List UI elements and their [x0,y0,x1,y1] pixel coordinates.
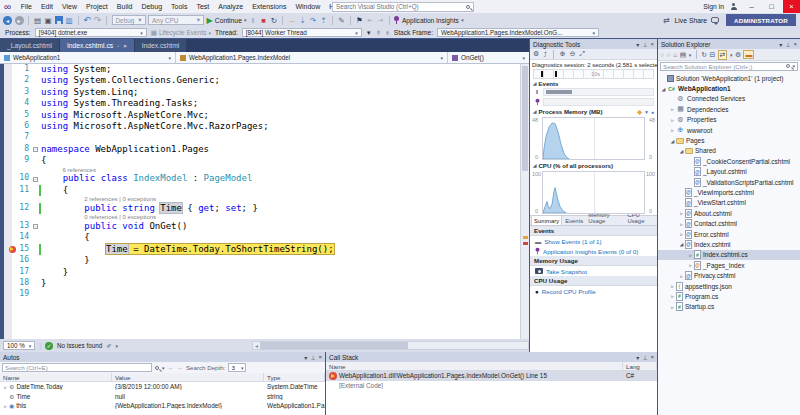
codelens-row[interactable]: 2 references | 0 exceptions [0,196,520,203]
tree-item[interactable]: ◢C#WebApplication1 [658,83,800,93]
breakpoint-margin[interactable] [0,75,12,86]
home-icon[interactable]: ⌂ [673,51,677,58]
outline-margin[interactable] [32,203,39,214]
outline-margin[interactable] [32,121,39,132]
close-icon[interactable]: × [793,41,797,47]
step-out-icon[interactable]: ⇡ [319,15,327,26]
autos-search-input[interactable]: Search (Ctrl+E) [2,363,152,372]
codelens-row[interactable]: 6 references [0,167,520,174]
member-dropdown[interactable]: OnGet()▾ [448,52,529,63]
outline-margin[interactable] [32,214,39,221]
breakpoint-margin[interactable] [0,255,12,266]
save-all-icon[interactable]: ▥ [65,15,73,26]
take-snapshot-link[interactable]: Take Snapshot [530,266,657,276]
bookmark-icon[interactable]: ⚑ [355,15,363,26]
expander-icon[interactable]: ◢ [669,138,676,144]
expander-icon[interactable]: ▹ [669,293,676,299]
preview-selected-items-icon[interactable]: ▬ [743,50,754,59]
stack-frame-dropdown[interactable]: WebApplication1.Pages.IndexModel.OnG...▾ [437,28,599,38]
outline-margin[interactable] [32,289,39,300]
tree-item[interactable]: ▹#Index.cshtml.cs [658,250,800,260]
breakpoint-margin[interactable] [0,155,12,166]
tab-close-icon[interactable]: × [123,43,127,49]
collapse-box-icon[interactable]: − [33,177,38,182]
sync-with-active-document-icon[interactable]: ⇄ [718,50,728,60]
break-all-icon[interactable]: ‖ [249,15,257,26]
breakpoint-margin[interactable] [0,289,12,300]
expander-icon[interactable]: ◢ [660,86,667,92]
autos-column-headers[interactable]: NameValueType [0,373,325,382]
tree-item[interactable]: @_CookieConsentPartial.cshtml [658,156,800,166]
collapse-box-icon[interactable]: − [33,147,38,152]
outline-margin[interactable] [32,167,39,174]
autos-column-header[interactable]: Value [112,373,264,381]
breakpoint-margin[interactable] [0,232,12,243]
filter-threads-icon[interactable]: ▼ [366,30,372,36]
solution-configurations-dropdown[interactable]: Debug▾ [112,15,146,25]
expander-icon[interactable]: ◢ [678,241,685,247]
outline-margin[interactable] [32,110,39,121]
tree-item[interactable]: Solution 'WebApplication1' (1 project) [658,73,800,83]
breakpoint-margin[interactable] [0,132,12,143]
undo-icon[interactable]: ↶ [83,15,91,26]
menu-edit[interactable]: Edit [36,0,57,13]
tree-item[interactable]: ◢@Index.cshtml [658,239,800,249]
expander-icon[interactable]: ▹ [669,106,676,112]
tree-item[interactable]: ▹@Error.cshtml [658,229,800,239]
menu-file[interactable]: File [16,0,36,13]
breakpoint-margin[interactable] [0,221,12,232]
edit-icon[interactable]: ✎ [337,15,345,26]
reset-view-icon[interactable]: ⤢ [580,50,586,58]
tree-item[interactable]: ▹@_Pages_Index [658,260,800,270]
quick-search-input[interactable]: Search Visual Studio (Ctrl+Q) [332,2,474,12]
outline-margin[interactable] [32,185,39,196]
menu-build[interactable]: Build [112,0,137,13]
redo-icon[interactable]: ↷ [94,15,102,26]
breakpoint-margin[interactable] [0,214,12,221]
outline-margin[interactable]: − [32,144,39,155]
lifecycle-events-dropdown[interactable]: ▦ Lifecycle Events▾ [151,29,211,37]
window-position-icon[interactable]: ▾ [636,41,639,48]
pin-icon[interactable]: ⊥ [642,41,647,48]
search-forward-icon[interactable]: → [177,364,183,371]
zoom-in-icon[interactable]: ⊕ [560,50,566,58]
expander-icon[interactable]: ▹ [687,252,694,258]
breakpoint-margin[interactable] [0,203,12,214]
call-stack-frame[interactable]: WebApplication1.dll!WebApplication1.Page… [326,371,657,381]
navigate-forward-icon[interactable]: ▸ [15,16,24,25]
outline-margin[interactable] [32,232,39,243]
thread-dropdown[interactable]: [8044] Worker Thread▾ [242,28,362,38]
close-icon[interactable]: × [650,41,654,47]
next-frame-icon[interactable]: ⇟ [385,29,390,36]
tree-item[interactable]: ▹⊕wwwroot [658,125,800,135]
outline-margin[interactable]: − [32,173,39,184]
close-icon[interactable]: × [650,354,654,360]
breakpoint-margin[interactable] [0,267,12,278]
solution-platforms-dropdown[interactable]: Any CPU▾ [148,15,204,25]
breakpoint-margin[interactable] [0,173,12,184]
expander-icon[interactable]: ▹ [669,127,676,133]
breakpoint-margin[interactable] [0,144,12,155]
code-editor[interactable]: 1using System;2using System.Collections.… [0,64,529,339]
diagnostics-tab-summary[interactable]: Summary [531,215,562,225]
outline-margin[interactable] [32,98,39,109]
menu-extensions[interactable]: Extensions [248,0,291,13]
switch-views-icon[interactable]: ▤ [680,51,686,59]
expander-icon[interactable]: ◢ [678,148,685,154]
restart-icon[interactable]: ↻ [270,15,278,26]
breakpoint-margin[interactable] [0,167,12,174]
menu-window[interactable]: Window [291,0,325,13]
live-share-button[interactable]: Live Share [675,17,708,24]
codelens-indicator[interactable]: 6 references [41,167,96,174]
expander-icon[interactable]: ▹ [669,283,676,289]
tree-item[interactable]: ▹@About.cshtml [658,208,800,218]
collapse-box-icon[interactable]: − [33,224,38,229]
breakpoint-margin[interactable] [0,278,12,289]
new-file-icon[interactable]: ▤ [34,15,42,26]
cpu-section-header[interactable]: ◢CPU (% of all processors) [530,161,657,170]
tree-item[interactable]: ▹@Privacy.cshtml [658,270,800,280]
stop-debugging-icon[interactable]: ■ [259,15,267,26]
prev-bookmark-icon[interactable]: ⇤ [366,15,374,26]
expander-icon[interactable]: ▹ [678,210,685,216]
tree-item[interactable]: ▹⚙Properties [658,115,800,125]
